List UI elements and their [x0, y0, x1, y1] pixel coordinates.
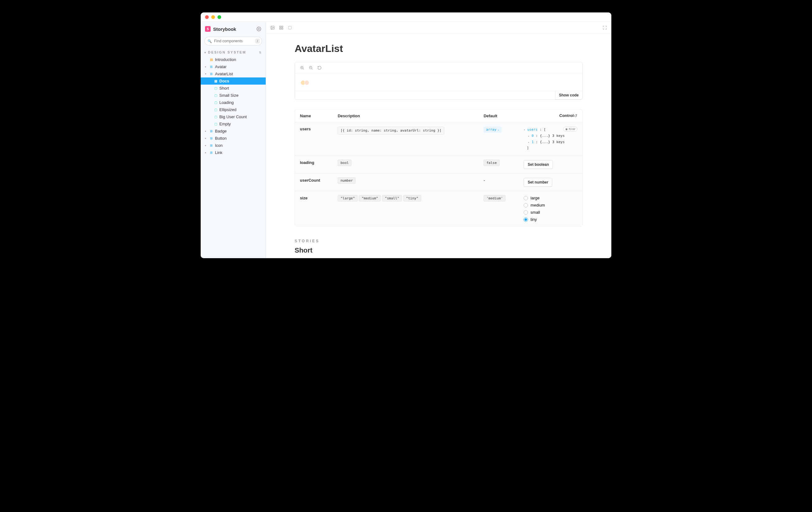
radio-large[interactable]: large	[524, 195, 577, 200]
reset-icon[interactable]: ↺	[574, 113, 577, 118]
arg-control: Set number	[519, 173, 582, 191]
sidebar-item-ellipsized[interactable]: ▸▢Ellipsized	[201, 106, 266, 113]
sidebar-item-bigusercount[interactable]: ▸▢Big User Count	[201, 113, 266, 120]
stories-heading: STORIES	[295, 239, 583, 243]
titlebar	[201, 12, 611, 22]
arg-default: 'medium'	[478, 191, 519, 226]
sidebar-item-avatarlist[interactable]: ▾⊞AvatarList	[201, 70, 266, 78]
docs-icon: ▤	[214, 79, 218, 83]
story-icon: ▢	[214, 122, 218, 126]
zoom-out-icon[interactable]	[309, 66, 313, 70]
sidebar-item-label: Link	[215, 150, 223, 155]
app-window: S Storybook 🔍 / ▾DESIGN SYSTEM ⇅ ▸▤Intro…	[201, 12, 611, 258]
preview-canvas	[295, 73, 582, 91]
sidebar: S Storybook 🔍 / ▾DESIGN SYSTEM ⇅ ▸▤Intro…	[201, 22, 266, 258]
radio-icon	[524, 210, 528, 215]
set-number-button[interactable]: Set number	[524, 178, 552, 187]
grid-icon[interactable]	[279, 26, 283, 30]
col-default: Default	[478, 110, 519, 122]
canvas-toolbar	[266, 22, 611, 34]
arg-default: -	[478, 173, 519, 191]
sidebar-item-empty[interactable]: ▸▢Empty	[201, 120, 266, 127]
show-code-button[interactable]: Show code	[555, 91, 582, 99]
expand-collapse-icon[interactable]: ⇅	[259, 51, 262, 54]
sidebar-item-label: Introduction	[215, 57, 236, 62]
sidebar-item-label: AvatarList	[215, 71, 233, 76]
preview-card: Show code	[295, 62, 583, 100]
sidebar-item-short[interactable]: ▸▢Short	[201, 85, 266, 92]
story-icon: ▢	[214, 108, 218, 112]
component-icon: ⊞	[209, 65, 213, 69]
sidebar-item-introduction[interactable]: ▸▤Introduction	[201, 56, 266, 63]
radio-tiny[interactable]: tiny	[524, 217, 577, 222]
radio-medium[interactable]: medium	[524, 203, 577, 208]
radio-small[interactable]: small	[524, 210, 577, 215]
arg-control: Set boolean	[519, 155, 582, 173]
sidebar-item-label: Small Size	[219, 93, 238, 98]
main-panel: AvatarList Show code	[266, 22, 611, 258]
component-icon: ⊞	[209, 72, 213, 76]
outline-icon[interactable]	[288, 26, 292, 30]
avatar-list-preview	[300, 80, 309, 85]
brand-label: Storybook	[213, 26, 236, 32]
sidebar-item-label: Loading	[219, 100, 234, 105]
radio-icon	[524, 196, 528, 200]
arg-description: "large" "medium" "small" "tiny"	[332, 191, 478, 226]
svg-point-0	[258, 28, 259, 30]
sidebar-item-label: Icon	[215, 143, 223, 148]
sidebar-item-loading[interactable]: ▸▢Loading	[201, 99, 266, 106]
sidebar-item-label: Docs	[219, 79, 229, 83]
component-icon: ⊞	[209, 129, 213, 133]
arg-name: loading	[295, 155, 332, 173]
minimize-icon[interactable]	[211, 15, 215, 19]
args-table: Name Description Default Control↺ users …	[295, 109, 583, 227]
nav-tree: ▸▤Introduction ▸⊞Avatar ▾⊞AvatarList ▸▤D…	[201, 56, 266, 258]
sidebar-item-label: Button	[215, 136, 227, 141]
svg-rect-4	[282, 26, 283, 27]
sidebar-item-icon[interactable]: ▸⊞Icon	[201, 142, 266, 149]
sidebar-item-link[interactable]: ▸⊞Link	[201, 149, 266, 156]
type-tag-array[interactable]: array⌄	[484, 127, 501, 132]
sidebar-item-docs[interactable]: ▸▤Docs	[201, 78, 266, 85]
page-title: AvatarList	[295, 43, 583, 54]
sidebar-item-label: Empty	[219, 122, 231, 126]
close-icon[interactable]	[205, 15, 209, 19]
arg-name: userCount	[295, 173, 332, 191]
storybook-logo-icon: S	[205, 26, 211, 32]
arg-description: [{ id: string, name: string, avatarUrl: …	[332, 122, 478, 155]
set-boolean-button[interactable]: Set boolean	[524, 160, 553, 169]
fullscreen-icon[interactable]	[218, 15, 221, 19]
fullscreen-icon[interactable]	[603, 26, 607, 30]
section-header[interactable]: ▾DESIGN SYSTEM ⇅	[201, 49, 266, 56]
sidebar-item-button[interactable]: ▸⊞Button	[201, 135, 266, 142]
arg-description: number	[332, 173, 478, 191]
story-icon: ▢	[214, 115, 218, 119]
arg-default: array⌄	[478, 122, 519, 155]
raw-toggle[interactable]: ◉RAW	[563, 127, 577, 131]
arg-control: large medium small tiny	[519, 191, 582, 226]
arg-default: false	[478, 155, 519, 173]
sidebar-item-smallsize[interactable]: ▸▢Small Size	[201, 92, 266, 99]
sidebar-item-avatar[interactable]: ▸⊞Avatar	[201, 63, 266, 70]
zoom-reset-icon[interactable]	[317, 66, 322, 70]
arg-description: bool	[332, 155, 478, 173]
search-wrap: 🔍 /	[204, 37, 262, 46]
story-icon: ▢	[214, 101, 218, 104]
avatar	[304, 80, 309, 85]
gear-icon[interactable]	[256, 26, 261, 31]
arg-name: users	[295, 122, 332, 155]
chevron-down-icon: ⌄	[498, 128, 499, 131]
arg-row-users: users [{ id: string, name: string, avata…	[295, 122, 582, 155]
sidebar-item-label: Ellipsized	[219, 107, 236, 112]
sidebar-item-label: Avatar	[215, 64, 227, 69]
search-input[interactable]	[204, 37, 262, 46]
component-icon: ⊞	[209, 151, 213, 155]
component-icon: ⊞	[209, 137, 213, 140]
zoom-in-icon[interactable]	[300, 66, 304, 70]
col-name: Name	[295, 110, 332, 122]
search-icon: 🔍	[207, 39, 212, 43]
sidebar-item-label: Badge	[215, 129, 227, 133]
sidebar-item-badge[interactable]: ▸⊞Badge	[201, 127, 266, 135]
photo-icon[interactable]	[270, 26, 275, 30]
arg-row-loading: loading bool false Set boolean	[295, 155, 582, 173]
